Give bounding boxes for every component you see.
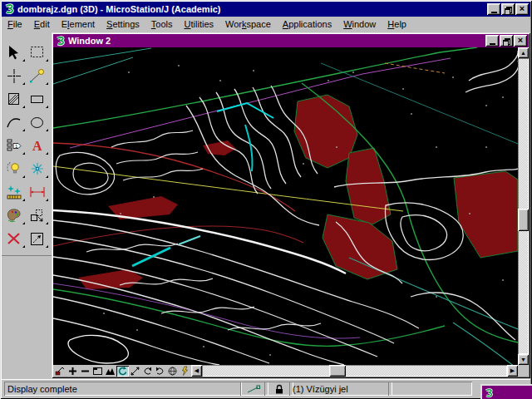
status-extra-field — [388, 382, 472, 396]
horizontal-scrollbar-track[interactable] — [202, 365, 507, 377]
view-btn-window-area[interactable] — [91, 366, 104, 377]
tool-measure[interactable] — [3, 205, 25, 225]
view-btn-view-next[interactable] — [154, 366, 166, 377]
view-btn-pan-view[interactable] — [129, 366, 141, 377]
restore-button[interactable] — [501, 3, 515, 15]
map-canvas[interactable] — [53, 47, 518, 365]
app-title: dombrajz.dgn (3D) - MicroStation/J (Acad… — [17, 4, 487, 14]
main-tool-frame: 1A — [2, 32, 52, 378]
microstation-logo-icon — [55, 36, 66, 47]
menu-edit[interactable]: Edit — [28, 17, 56, 31]
tool-points[interactable] — [3, 66, 25, 86]
menu-help[interactable]: Help — [382, 17, 412, 31]
scroll-up-arrow[interactable]: ▲ — [518, 47, 529, 58]
tool-modify[interactable] — [27, 229, 48, 249]
view-btn-rotate-view[interactable] — [116, 366, 129, 377]
tool-dimensions[interactable] — [27, 182, 48, 202]
contour-26 — [469, 51, 518, 81]
app-titlebar[interactable]: dombrajz.dgn (3D) - MicroStation/J (Acad… — [2, 2, 530, 17]
view-btn-fit-view[interactable] — [104, 366, 116, 377]
tool-element-selection[interactable] — [3, 42, 25, 62]
view-close-button[interactable]: × — [514, 35, 527, 47]
tool-tags[interactable]: 1 — [3, 135, 25, 155]
svg-text:A: A — [32, 139, 42, 153]
tool-polygons[interactable] — [27, 89, 48, 109]
contour-16 — [53, 318, 219, 365]
view-window-2: Window 2 × ▲ ▼ ◀ — [52, 32, 530, 378]
contour-29 — [116, 152, 198, 164]
view-window-title: Window 2 — [68, 36, 485, 46]
red-parcel-center — [294, 95, 357, 168]
tool-ellipses[interactable] — [27, 112, 48, 132]
view-btn-copy-view[interactable] — [166, 366, 179, 377]
view-window-body: ▲ ▼ ◀ ▶ — [53, 47, 529, 377]
menu-utilities[interactable]: Utilities — [179, 17, 219, 31]
view-window-titlebar[interactable]: Window 2 × — [53, 34, 529, 47]
status-message-field: Display complete — [4, 382, 242, 396]
contour-19 — [161, 307, 254, 313]
view-minimize-button[interactable] — [485, 35, 499, 47]
view-restore-button[interactable] — [500, 35, 513, 47]
menu-tools[interactable]: Tools — [145, 17, 179, 31]
menu-element[interactable]: Element — [56, 17, 101, 31]
contour-4 — [253, 87, 301, 177]
contour-21 — [68, 335, 128, 363]
teal-bottom-right-2 — [453, 323, 518, 365]
tool-groups[interactable] — [27, 159, 48, 179]
magenta-boundary — [70, 58, 451, 148]
teal-line-1 — [53, 48, 151, 64]
close-button[interactable]: × — [515, 3, 529, 15]
horizontal-scrollbar[interactable]: ◀ ▶ — [191, 365, 518, 377]
teal-line-2 — [53, 57, 133, 84]
contour-30 — [123, 169, 203, 180]
minimize-button[interactable] — [487, 3, 500, 15]
menu-applications[interactable]: Applications — [277, 17, 337, 31]
tool-text[interactable]: A — [27, 135, 48, 155]
tool-arcs[interactable] — [3, 112, 25, 132]
tool-cells[interactable] — [3, 182, 25, 202]
contour-3 — [234, 89, 286, 184]
menu-file[interactable]: File — [2, 17, 28, 31]
tool-change-attributes[interactable] — [3, 159, 25, 179]
scroll-down-arrow[interactable]: ▼ — [518, 354, 529, 365]
tool-manipulate[interactable] — [27, 205, 48, 225]
green-bottom-boundary — [53, 289, 445, 346]
tool-patterns[interactable] — [3, 89, 25, 109]
microstation-logo-icon — [484, 388, 494, 398]
active-level-field[interactable]: (1) Vízügyi jel — [289, 382, 392, 396]
contour-23 — [73, 163, 108, 189]
tool-delete-element[interactable] — [3, 229, 25, 249]
horizontal-scrollbar-thumb[interactable] — [329, 365, 346, 377]
cyan-segment-3 — [132, 248, 170, 266]
contour-9 — [401, 215, 447, 251]
main-tool-grid: 1A — [2, 32, 52, 256]
background-window-fragment[interactable] — [480, 384, 532, 399]
menu-window[interactable]: Window — [337, 17, 382, 31]
snap-icon — [246, 384, 263, 394]
scroll-left-arrow[interactable]: ◀ — [191, 365, 202, 377]
vertical-scrollbar-track[interactable] — [518, 58, 529, 354]
contour-13 — [53, 257, 377, 357]
menu-settings[interactable]: Settings — [101, 17, 145, 31]
menu-bar: FileEditElementSettingsToolsUtilitiesWor… — [2, 17, 530, 32]
vertical-scrollbar-thumb[interactable] — [518, 209, 529, 231]
vertical-scrollbar[interactable]: ▲ ▼ — [518, 47, 529, 365]
map-canvas-svg — [53, 47, 518, 365]
tool-fence[interactable] — [27, 42, 48, 62]
cyan-segment-4 — [179, 236, 200, 244]
view-btn-render-view[interactable] — [179, 366, 191, 377]
microstation-logo-icon — [3, 3, 15, 15]
tool-linear-elements[interactable] — [27, 66, 48, 86]
view-btn-view-previous[interactable] — [141, 366, 154, 377]
view-btn-zoom-out[interactable] — [79, 366, 91, 377]
microstation-app-window: dombrajz.dgn (3D) - MicroStation/J (Acad… — [0, 0, 532, 399]
contour-2 — [216, 92, 271, 189]
contour-27 — [466, 61, 518, 92]
view-bottom-bar: ◀ ▶ — [53, 365, 518, 377]
view-btn-update-view[interactable] — [54, 366, 66, 377]
view-btn-zoom-in[interactable] — [66, 366, 79, 377]
scroll-right-arrow[interactable]: ▶ — [507, 365, 518, 377]
lock-icon — [274, 384, 284, 394]
menu-workspace[interactable]: Workspace — [219, 17, 277, 31]
scrollbar-corner — [518, 365, 529, 377]
